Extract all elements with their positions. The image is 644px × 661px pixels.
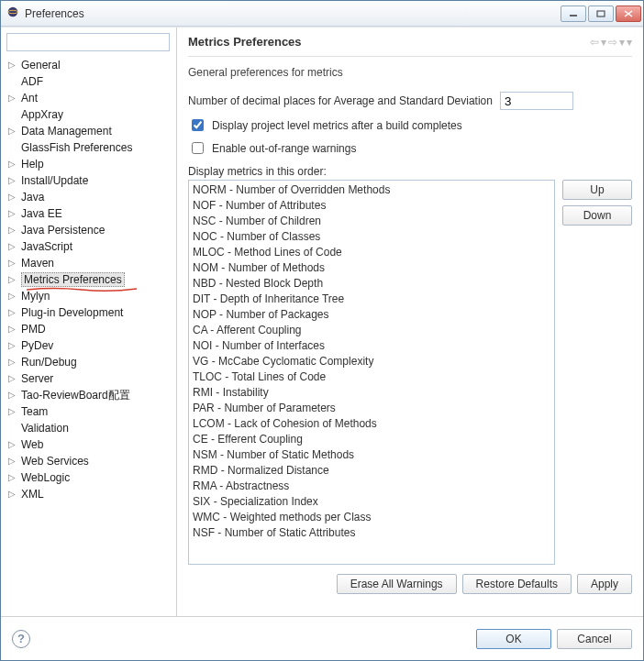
- category-tree[interactable]: ▷GeneralADF▷AntAppXray▷Data ManagementGl…: [6, 57, 176, 611]
- nav-forward-icon[interactable]: ⇨: [608, 36, 617, 49]
- expand-arrow-icon[interactable]: ▷: [8, 126, 16, 136]
- sidebar-item-glassfish-preferences[interactable]: GlassFish Preferences: [6, 139, 176, 156]
- display-project-label[interactable]: Display project level metrics after a bu…: [212, 119, 462, 132]
- expand-arrow-icon[interactable]: ▷: [8, 93, 16, 103]
- metric-item[interactable]: SIX - Specialization Index: [193, 494, 550, 510]
- expand-arrow-icon[interactable]: ▷: [8, 456, 16, 466]
- close-button[interactable]: [616, 6, 641, 22]
- nav-menu-icon[interactable]: ▾: [627, 36, 632, 49]
- sidebar-item-label: Java: [21, 191, 44, 204]
- apply-button[interactable]: Apply: [577, 574, 632, 594]
- metric-item[interactable]: NOM - Number of Methods: [193, 260, 550, 276]
- sidebar-item-run-debug[interactable]: ▷Run/Debug: [6, 354, 176, 370]
- expand-arrow-icon[interactable]: ▷: [8, 406, 16, 416]
- sidebar-item-data-management[interactable]: ▷Data Management: [6, 123, 176, 139]
- nav-back-icon[interactable]: ⇦: [590, 36, 599, 49]
- expand-arrow-icon[interactable]: ▷: [8, 175, 16, 185]
- sidebar-item-weblogic[interactable]: ▷WebLogic: [6, 469, 176, 486]
- minimize-button[interactable]: [561, 6, 586, 22]
- sidebar-item-web-services[interactable]: ▷Web Services: [6, 453, 176, 469]
- expand-arrow-icon[interactable]: ▷: [8, 60, 16, 70]
- metric-item[interactable]: NSF - Number of Static Attributes: [193, 525, 550, 541]
- metric-item[interactable]: NBD - Nested Block Depth: [193, 276, 550, 292]
- sidebar-item-java-persistence[interactable]: ▷Java Persistence: [6, 222, 176, 238]
- metric-item[interactable]: WMC - Weighted methods per Class: [193, 510, 550, 525]
- expand-arrow-icon[interactable]: ▷: [8, 489, 16, 499]
- sidebar-item-general[interactable]: ▷General: [6, 57, 176, 73]
- filter-input[interactable]: [6, 33, 170, 51]
- expand-arrow-icon[interactable]: ▷: [8, 225, 16, 235]
- nav-forward-menu-icon[interactable]: ▾: [619, 36, 625, 49]
- metric-item[interactable]: RMA - Abstractness: [193, 479, 550, 494]
- metric-item[interactable]: NOC - Number of Classes: [193, 229, 550, 245]
- sidebar-item-help[interactable]: ▷Help: [6, 156, 176, 172]
- nav-back-menu-icon[interactable]: ▾: [601, 36, 606, 49]
- expand-arrow-icon[interactable]: ▷: [8, 274, 16, 284]
- sidebar-item-team[interactable]: ▷Team: [6, 403, 176, 420]
- expand-arrow-icon[interactable]: ▷: [8, 159, 16, 169]
- sidebar-item-label: Install/Update: [21, 174, 88, 187]
- expand-arrow-icon[interactable]: ▷: [8, 390, 16, 400]
- erase-warnings-button[interactable]: Erase All Warnings: [337, 574, 457, 594]
- metric-item[interactable]: NOP - Number of Packages: [193, 307, 550, 323]
- expand-arrow-icon[interactable]: ▷: [8, 439, 16, 449]
- sidebar-item-pmd[interactable]: ▷PMD: [6, 321, 176, 337]
- metric-item[interactable]: NOF - Number of Attributes: [193, 198, 550, 214]
- help-icon[interactable]: ?: [12, 630, 30, 648]
- sidebar-item-adf[interactable]: ADF: [6, 73, 176, 90]
- metric-item[interactable]: RMD - Normalized Distance: [193, 463, 550, 479]
- out-of-range-checkbox[interactable]: [192, 142, 204, 154]
- sidebar-item-ant[interactable]: ▷Ant: [6, 90, 176, 106]
- metric-item[interactable]: LCOM - Lack of Cohesion of Methods: [193, 416, 550, 432]
- expand-arrow-icon[interactable]: ▷: [8, 241, 16, 251]
- expand-arrow-icon[interactable]: ▷: [8, 357, 16, 367]
- expand-arrow-icon[interactable]: ▷: [8, 373, 16, 383]
- sidebar-item-install-update[interactable]: ▷Install/Update: [6, 172, 176, 189]
- down-button[interactable]: Down: [562, 205, 632, 226]
- sidebar-item-label: ADF: [21, 75, 43, 88]
- metric-item[interactable]: PAR - Number of Parameters: [193, 401, 550, 416]
- sidebar-item-mylyn[interactable]: ▷Mylyn: [6, 288, 176, 304]
- expand-arrow-icon[interactable]: ▷: [8, 258, 16, 268]
- metric-item[interactable]: NSM - Number of Static Methods: [193, 447, 550, 463]
- metric-item[interactable]: NSC - Number of Children: [193, 214, 550, 229]
- sidebar-item-pydev[interactable]: ▷PyDev: [6, 337, 176, 354]
- metrics-listbox[interactable]: NORM - Number of Overridden MethodsNOF -…: [188, 180, 555, 565]
- maximize-button[interactable]: [588, 6, 614, 22]
- metric-item[interactable]: TLOC - Total Lines of Code: [193, 369, 550, 385]
- restore-defaults-button[interactable]: Restore Defaults: [462, 574, 572, 594]
- metric-item[interactable]: VG - McCabe Cyclomatic Complexity: [193, 354, 550, 369]
- expand-arrow-icon[interactable]: ▷: [8, 208, 16, 218]
- expand-arrow-icon[interactable]: ▷: [8, 472, 16, 482]
- sidebar-item-java-ee[interactable]: ▷Java EE: [6, 205, 176, 222]
- metric-item[interactable]: RMI - Instability: [193, 385, 550, 401]
- metric-item[interactable]: DIT - Depth of Inheritance Tree: [193, 292, 550, 307]
- metric-item[interactable]: NORM - Number of Overridden Methods: [193, 182, 550, 198]
- ok-button[interactable]: OK: [476, 629, 551, 649]
- sidebar-item-metrics-preferences[interactable]: ▷Metrics Preferences: [6, 271, 176, 288]
- display-project-checkbox[interactable]: [192, 119, 204, 131]
- out-of-range-label[interactable]: Enable out-of-range warnings: [212, 142, 356, 155]
- sidebar-item-maven[interactable]: ▷Maven: [6, 255, 176, 271]
- sidebar-item-plug-in-development[interactable]: ▷Plug-in Development: [6, 304, 176, 321]
- expand-arrow-icon[interactable]: ▷: [8, 192, 16, 202]
- up-button[interactable]: Up: [562, 180, 632, 200]
- sidebar-item-xml[interactable]: ▷XML: [6, 486, 176, 502]
- sidebar-item-validation[interactable]: Validation: [6, 420, 176, 436]
- metric-item[interactable]: MLOC - Method Lines of Code: [193, 245, 550, 260]
- cancel-button[interactable]: Cancel: [557, 629, 632, 649]
- sidebar-item-javascript[interactable]: ▷JavaScript: [6, 238, 176, 255]
- sidebar-item-appxray[interactable]: AppXray: [6, 106, 176, 123]
- decimals-input[interactable]: [500, 92, 573, 110]
- metric-item[interactable]: CA - Afferent Coupling: [193, 323, 550, 338]
- metric-item[interactable]: CE - Efferent Coupling: [193, 432, 550, 447]
- expand-arrow-icon[interactable]: ▷: [8, 291, 16, 301]
- sidebar-item-tao-reviewboard-[interactable]: ▷Tao-ReviewBoard配置: [6, 387, 176, 403]
- sidebar-item-web[interactable]: ▷Web: [6, 436, 176, 453]
- expand-arrow-icon[interactable]: ▷: [8, 340, 16, 350]
- expand-arrow-icon[interactable]: ▷: [8, 324, 16, 334]
- sidebar-item-java[interactable]: ▷Java: [6, 189, 176, 205]
- sidebar-item-server[interactable]: ▷Server: [6, 370, 176, 387]
- metric-item[interactable]: NOI - Number of Interfaces: [193, 338, 550, 354]
- expand-arrow-icon[interactable]: ▷: [8, 307, 16, 317]
